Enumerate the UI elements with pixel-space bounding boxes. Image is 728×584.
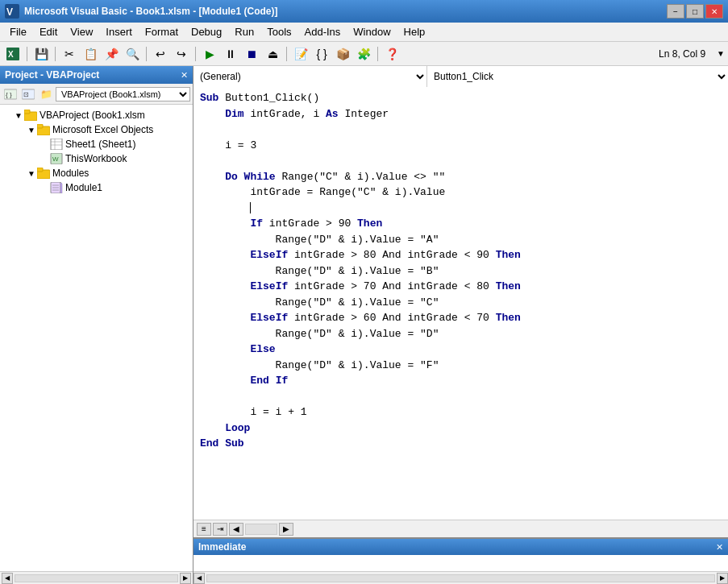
immediate-header: Immediate ✕ <box>193 539 728 555</box>
tree-label-vbaproject: VBAProject (Book1.xlsm <box>40 110 145 121</box>
view-object-btn[interactable]: ⊡ <box>20 87 36 101</box>
imm-scroll-track[interactable] <box>206 574 715 582</box>
menu-bar: File Edit View Insert Format Debug Run T… <box>0 23 728 42</box>
thisworkbook-icon: W <box>50 152 63 165</box>
toolbar-classmods[interactable]: 🧩 <box>354 45 373 63</box>
scroll-left-btn[interactable]: ◀ <box>2 573 13 584</box>
tree-item-modules[interactable]: ▼ Modules <box>0 166 193 180</box>
tree-label-sheet1: Sheet1 (Sheet1) <box>65 139 135 150</box>
restore-button[interactable]: □ <box>686 4 704 19</box>
scroll-right-btn[interactable]: ▶ <box>180 573 191 584</box>
toolbar-userform[interactable]: 📝 <box>291 45 310 63</box>
close-button[interactable]: ✕ <box>705 4 723 19</box>
code-bottom-bar: ≡ ⇥ ◀ ▶ <box>193 520 728 537</box>
toolbar-stop[interactable]: ⏹ <box>242 45 261 63</box>
toolbar-status: Ln 8, Col 9 <box>659 48 712 60</box>
menu-view[interactable]: View <box>64 24 99 39</box>
code-indent[interactable]: ⇥ <box>213 523 227 536</box>
code-content: Sub Button1_Click() Dim intGrade, i As I… <box>193 90 728 516</box>
procedure-dropdown[interactable]: Button1_Click <box>427 66 728 87</box>
menu-help[interactable]: Help <box>397 24 432 39</box>
toolbar-copy[interactable]: 📋 <box>81 45 100 63</box>
tree-item-excel-objects[interactable]: ▼ Microsoft Excel Objects <box>0 122 193 137</box>
code-area[interactable]: Sub Button1_Click() Dim intGrade, i As I… <box>193 87 728 520</box>
svg-rect-9 <box>24 110 30 114</box>
svg-text:{ }: { } <box>6 91 12 98</box>
imm-scroll-left[interactable]: ◀ <box>193 573 205 584</box>
project-combo[interactable]: VBAProject (Book1.xlsm) <box>56 87 190 101</box>
tree-item-sheet1[interactable]: Sheet1 (Sheet1) <box>0 137 193 151</box>
menu-run[interactable]: Run <box>228 24 260 39</box>
general-dropdown[interactable]: (General) <box>193 66 427 87</box>
toolbar: X 💾 ✂ 📋 📌 🔍 ↩ ↪ ▶ ⏸ ⏹ ⏏ 📝 { } 📦 🧩 ❓ Ln 8… <box>0 42 728 66</box>
view-code-btn[interactable]: { } <box>2 87 19 101</box>
sheet1-icon <box>50 138 63 151</box>
menu-insert[interactable]: Insert <box>99 24 139 39</box>
svg-rect-11 <box>37 124 43 128</box>
menu-tools[interactable]: Tools <box>260 24 297 39</box>
toolbar-help[interactable]: ❓ <box>382 45 401 63</box>
toolbar-sep-4 <box>195 47 196 61</box>
code-scroll-left[interactable]: ◀ <box>229 523 243 536</box>
menu-format[interactable]: Format <box>139 24 185 39</box>
toolbar-modules[interactable]: 📦 <box>333 45 352 63</box>
svg-text:V: V <box>6 6 13 18</box>
expand-excel-objects[interactable]: ▼ <box>26 126 37 135</box>
immediate-scrollbar: ◀ ▶ <box>193 571 728 584</box>
tree-item-module1[interactable]: Module1 <box>0 180 193 195</box>
toolbar-cut[interactable]: ✂ <box>60 45 79 63</box>
project-bottom-scroll: ◀ ▶ <box>0 571 193 584</box>
excel-objects-icon <box>37 123 50 136</box>
toolbar-sep-3 <box>146 47 147 61</box>
tree-label-thisworkbook: ThisWorkbook <box>65 153 127 164</box>
modules-icon <box>37 167 50 180</box>
right-panel: (General) Button1_Click Sub Button1_Clic… <box>193 66 728 584</box>
immediate-title: Immediate <box>198 541 246 553</box>
left-panel: Project - VBAProject ✕ { } ⊡ 📁 VBAProjec… <box>0 66 193 584</box>
toolbar-pause[interactable]: ⏸ <box>221 45 240 63</box>
toolbar-reset[interactable]: ⏏ <box>263 45 282 63</box>
toolbar-find[interactable]: 🔍 <box>123 45 142 63</box>
tree-item-vbaproject[interactable]: ▼ VBAProject (Book1.xlsm <box>0 108 193 122</box>
imm-scroll-right[interactable]: ▶ <box>717 573 728 584</box>
svg-rect-19 <box>37 168 43 172</box>
tree-label-modules: Modules <box>52 168 89 179</box>
toolbar-sep-5 <box>286 47 287 61</box>
title-bar-controls: − □ ✕ <box>667 4 723 19</box>
toggle-folders-btn[interactable]: 📁 <box>38 87 54 101</box>
minimize-button[interactable]: − <box>667 4 684 19</box>
immediate-close-btn[interactable]: ✕ <box>716 542 723 553</box>
expand-modules[interactable]: ▼ <box>26 169 37 178</box>
toolbar-arrow: ▼ <box>717 49 725 58</box>
toolbar-run[interactable]: ▶ <box>200 45 219 63</box>
scroll-track-project[interactable] <box>15 574 178 582</box>
menu-addins[interactable]: Add-Ins <box>298 24 347 39</box>
tree-item-thisworkbook[interactable]: W ThisWorkbook <box>0 151 193 166</box>
toolbar-undo[interactable]: ↩ <box>151 45 170 63</box>
menu-file[interactable]: File <box>3 24 33 39</box>
menu-window[interactable]: Window <box>347 24 397 39</box>
app-icon: V <box>5 4 19 19</box>
toolbar-excel-icon[interactable]: X <box>3 45 23 63</box>
tree-label-excel-objects: Microsoft Excel Objects <box>52 124 153 135</box>
immediate-body[interactable] <box>193 555 728 571</box>
vbaproject-icon <box>24 109 37 122</box>
menu-edit[interactable]: Edit <box>33 24 64 39</box>
toolbar-redo[interactable]: ↪ <box>172 45 191 63</box>
toolbar-paste[interactable]: 📌 <box>102 45 121 63</box>
main-container: Project - VBAProject ✕ { } ⊡ 📁 VBAProjec… <box>0 66 728 584</box>
svg-rect-12 <box>51 139 62 150</box>
code-scroll-thumb <box>245 524 277 535</box>
code-align-left[interactable]: ≡ <box>197 523 211 536</box>
svg-text:⊡: ⊡ <box>23 91 29 98</box>
code-scroll-right[interactable]: ▶ <box>279 523 293 536</box>
immediate-panel: Immediate ✕ ◀ ▶ <box>193 537 728 584</box>
expand-vbaproject[interactable]: ▼ <box>13 111 24 120</box>
tree-label-module1: Module1 <box>65 182 102 193</box>
menu-debug[interactable]: Debug <box>185 24 228 39</box>
project-panel-close[interactable]: ✕ <box>181 70 188 81</box>
svg-text:X: X <box>8 50 14 59</box>
code-dropdowns: (General) Button1_Click <box>193 66 728 87</box>
toolbar-code[interactable]: { } <box>312 45 331 63</box>
toolbar-save[interactable]: 💾 <box>31 45 51 63</box>
